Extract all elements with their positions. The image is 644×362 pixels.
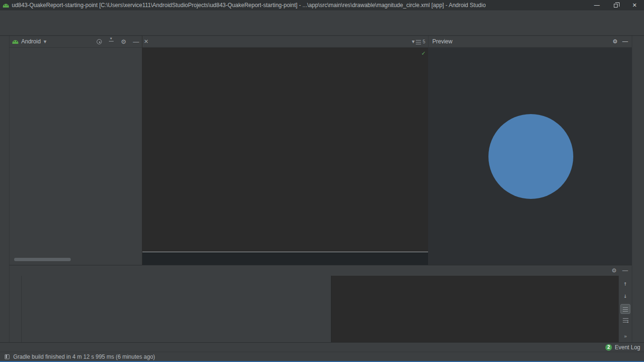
minimize-window-icon[interactable]: — [587, 0, 606, 10]
hide-project-panel-icon[interactable]: — [133, 38, 139, 45]
window-title: ud843-QuakeReport-starting-point [C:\Use… [12, 2, 486, 8]
code-editor[interactable]: ✓ [142, 48, 428, 252]
build-console[interactable]: ↑ ↓ » [331, 276, 632, 342]
scroll-up-icon[interactable]: ↑ [624, 280, 627, 288]
close-window-icon[interactable]: ✕ [625, 0, 644, 10]
scroll-to-end-icon[interactable] [623, 318, 628, 323]
project-horizontal-scrollbar[interactable] [14, 258, 71, 261]
drawable-circle-preview [488, 114, 573, 199]
tool-window-bar: 2 Event Log [0, 342, 644, 352]
build-toolbar [9, 276, 22, 342]
tab-overflow-close-icon[interactable]: ✕ [142, 36, 150, 47]
status-bar: Gradle build finished in 4 m 12 s 995 ms… [0, 352, 644, 361]
android-view-icon [12, 40, 18, 44]
build-output-tree [22, 276, 331, 342]
preview-tool-window: Preview ⚙ — [428, 36, 632, 265]
inspections-ok-check-icon[interactable]: ✓ [421, 49, 425, 57]
chevron-down-icon[interactable]: ▾ [43, 38, 46, 45]
build-settings-gear-icon[interactable]: ⚙ [611, 267, 617, 274]
more-actions-icon[interactable]: » [624, 332, 627, 340]
editor-tab-bar: ✕ ▾ 5 [142, 36, 428, 48]
tab-list-chevron-icon[interactable]: ▾ [412, 38, 414, 45]
main-toolbar [0, 21, 644, 36]
restore-window-icon[interactable] [606, 0, 625, 10]
right-tool-stripe [632, 36, 644, 342]
status-message[interactable]: Gradle build finished in 4 m 12 s 995 ms… [13, 354, 155, 360]
hide-preview-icon[interactable]: — [622, 38, 628, 45]
tool-window-toggle-icon[interactable] [5, 354, 9, 359]
build-tool-window: ⚙ — ↑ ↓ » [9, 265, 632, 342]
editor-area: ✕ ▾ 5 ✓ [142, 36, 428, 265]
hidden-tabs-count[interactable]: 5 [422, 39, 425, 44]
hide-build-panel-icon[interactable]: — [622, 267, 628, 274]
project-settings-gear-icon[interactable]: ⚙ [121, 38, 126, 45]
left-tool-stripe [0, 36, 9, 342]
editor-bottom-strip [142, 252, 428, 265]
tab-options-icon[interactable] [416, 40, 421, 44]
select-opened-file-icon[interactable] [97, 39, 102, 44]
soft-wrap-icon[interactable] [620, 304, 630, 314]
build-header: ⚙ — [9, 265, 632, 276]
scroll-down-icon[interactable]: ↓ [624, 292, 627, 300]
event-log-button[interactable]: Event Log [615, 344, 640, 351]
menu-bar [0, 10, 644, 21]
project-view-selector[interactable]: Android [21, 38, 41, 45]
title-bar: ud843-QuakeReport-starting-point [C:\Use… [0, 0, 644, 10]
preview-title: Preview [432, 38, 453, 45]
event-log-badge: 2 [605, 344, 612, 351]
project-tool-window: Android ▾ ⚙ — [9, 36, 142, 265]
android-studio-logo-icon [3, 4, 9, 8]
preview-canvas [428, 48, 632, 265]
collapse-all-icon[interactable] [108, 39, 114, 44]
console-toolbar: ↑ ↓ » [619, 276, 632, 342]
project-tree [9, 48, 142, 265]
project-view-header: Android ▾ ⚙ — [9, 36, 142, 48]
preview-settings-gear-icon[interactable]: ⚙ [612, 38, 618, 45]
